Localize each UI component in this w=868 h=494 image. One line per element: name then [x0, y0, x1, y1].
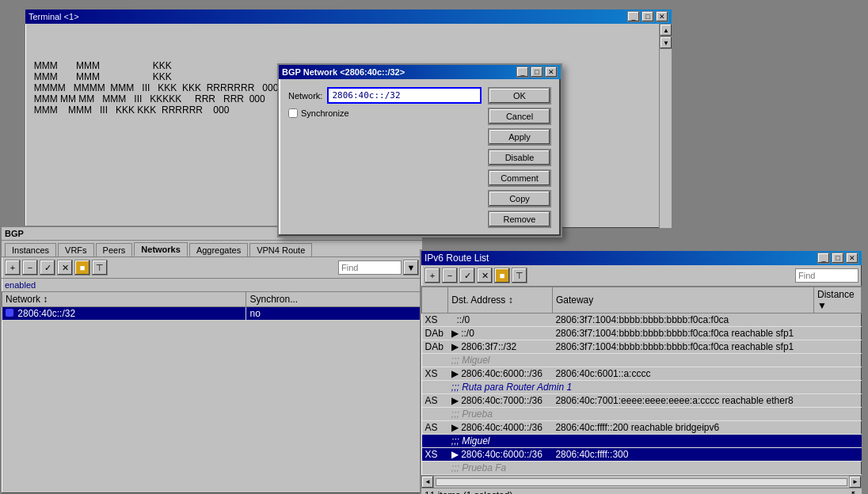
bgp-col-network[interactable]: Network ↕ — [2, 292, 246, 307]
bgp-dialog-buttons: OK Cancel Apply Disable Comment Copy Rem… — [488, 87, 551, 228]
bgp-table: Network ↕ Synchron... 2806:40c::/32 no — [2, 291, 422, 321]
ipv6-cell-dst: ▶ ::/0 — [448, 327, 553, 340]
tab-networks[interactable]: Networks — [134, 242, 188, 256]
ipv6-add-btn[interactable]: + — [424, 268, 440, 283]
synchronize-label: Synchronize — [301, 108, 349, 118]
ipv6-cell-type: XS — [422, 448, 448, 462]
ipv6-cell-gateway: 2806:3f7:1004:bbbb:bbbb:bbbb:f0ca:f0ca r… — [552, 340, 813, 354]
ipv6-cell-distance — [814, 421, 862, 435]
bgp-dialog-maximize-btn[interactable]: □ — [531, 66, 543, 78]
tab-vpn4-route[interactable]: VPN4 Route — [249, 243, 312, 256]
bgp-tabs-bar: Instances VRFs Peers Networks Aggregates… — [2, 241, 422, 257]
apply-button[interactable]: Apply — [488, 128, 551, 146]
term-line-1 — [29, 27, 668, 38]
ipv6-cell-type — [422, 408, 448, 421]
bgp-cell-sync: no — [246, 307, 422, 321]
table-row[interactable]: DAb ▶ ::/0 2806:3f7:1004:bbbb:bbbb:bbbb:… — [422, 327, 862, 340]
terminal-minimize-btn[interactable]: _ — [627, 11, 640, 22]
bgp-find-dropdown[interactable]: ▼ — [403, 260, 419, 276]
ipv6-scroll-left[interactable]: ◄ — [421, 476, 434, 488]
synchronize-row: Synchronize — [288, 108, 482, 118]
bgp-dialog-controls: _ □ ✕ — [516, 66, 558, 78]
ipv6-status-bar: 11 items (1 selected) ↖ — [421, 488, 862, 494]
terminal-title: Terminal <1> — [29, 12, 79, 21]
ipv6-cell-distance — [814, 327, 862, 340]
table-row: ;;; Ruta para Router Admin 1 — [422, 381, 862, 394]
tab-aggregates[interactable]: Aggregates — [189, 243, 248, 256]
ipv6-cell-dst: ▶ 2806:40c:6000::/36 — [448, 448, 553, 462]
ipv6-square-btn[interactable]: ■ — [494, 268, 510, 283]
tab-peers[interactable]: Peers — [96, 243, 133, 256]
terminal-maximize-btn[interactable]: □ — [641, 11, 654, 22]
ipv6-panel-title: IPv6 Route List — [424, 253, 489, 264]
ipv6-cell-comment: ;;; Miguel — [448, 354, 862, 367]
ipv6-cell-type: DAb — [422, 340, 448, 354]
tab-instances[interactable]: Instances — [5, 243, 56, 256]
ipv6-remove-btn[interactable]: − — [442, 268, 458, 283]
ipv6-table-container[interactable]: Dst. Address ↕ Gateway Distance ▼ XS ::/… — [421, 287, 862, 475]
ipv6-cell-comment: ;;; Ruta para Router Admin 1 — [448, 381, 862, 394]
ipv6-cell-type — [422, 435, 448, 448]
terminal-close-btn[interactable]: ✕ — [656, 11, 668, 22]
ipv6-x-btn[interactable]: ✕ — [477, 268, 493, 283]
network-input[interactable] — [327, 87, 482, 104]
bgp-add-btn[interactable]: + — [5, 260, 21, 276]
bgp-dialog-title: BGP Network <2806:40c::/32> — [282, 67, 405, 77]
ipv6-cell-gateway: 2806:40c:ffff::300 — [552, 448, 813, 462]
ipv6-cell-gateway: 2806:3f7:1004:bbbb:bbbb:bbbb:f0ca:f0ca r… — [552, 327, 813, 340]
ipv6-close-btn[interactable]: ✕ — [846, 253, 858, 264]
ipv6-cell-comment: ;;; Miguel — [448, 435, 862, 448]
bgp-x-btn[interactable]: ✕ — [57, 260, 73, 276]
remove-button[interactable]: Remove — [488, 211, 551, 228]
ipv6-col-gateway[interactable]: Gateway — [552, 287, 813, 314]
bgp-dialog-minimize-btn[interactable]: _ — [516, 66, 529, 78]
table-row[interactable]: DAb ▶ 2806:3f7::/32 2806:3f7:1004:bbbb:b… — [422, 340, 862, 354]
ipv6-minimize-btn[interactable]: _ — [817, 253, 830, 264]
ipv6-maximize-btn[interactable]: □ — [832, 253, 844, 264]
ipv6-filter-btn[interactable]: ⊤ — [512, 268, 527, 283]
ipv6-cell-type — [422, 354, 448, 367]
comment-button[interactable]: Comment — [488, 169, 551, 187]
ipv6-cell-distance — [814, 340, 862, 354]
ok-button[interactable]: OK — [488, 87, 551, 104]
ipv6-panel: IPv6 Route List _ □ ✕ + − ✓ ✕ ■ ⊤ Dst. A… — [420, 249, 863, 494]
terminal-scroll-down[interactable]: ▼ — [660, 36, 672, 49]
ipv6-cell-dst: ▶ 2806:40c:4000::/36 — [448, 421, 553, 435]
bgp-dialog-close-btn[interactable]: ✕ — [545, 66, 558, 78]
table-row[interactable]: XS ▶ 2806:40c:6000::/36 2806:40c:6001::a… — [422, 367, 862, 381]
copy-button[interactable]: Copy — [488, 190, 551, 207]
bgp-table-container[interactable]: Network ↕ Synchron... 2806:40c::/32 no — [2, 291, 422, 470]
table-row[interactable]: XS ▶ 2806:40c:6000::/36 2806:40c:ffff::3… — [422, 448, 862, 462]
disable-button[interactable]: Disable — [488, 149, 551, 166]
bgp-check-btn[interactable]: ✓ — [40, 260, 55, 276]
ipv6-toolbar: + − ✓ ✕ ■ ⊤ — [421, 265, 862, 287]
ipv6-horizontal-scrollbar[interactable]: ◄ ► — [421, 475, 862, 488]
ipv6-check-btn[interactable]: ✓ — [459, 268, 475, 283]
tab-vrfs[interactable]: VRFs — [58, 243, 94, 256]
bgp-filter-btn[interactable]: ⊤ — [92, 260, 108, 276]
bgp-col-sync[interactable]: Synchron... — [246, 292, 422, 307]
ipv6-scroll-right[interactable]: ► — [849, 476, 862, 488]
bgp-remove-btn[interactable]: − — [22, 260, 38, 276]
ipv6-cell-gateway: 2806:40c:ffff::200 reachable bridgeipv6 — [552, 421, 813, 435]
table-row[interactable]: XS ::/0 2806:3f7:1004:bbbb:bbbb:bbbb:f0c… — [422, 314, 862, 327]
table-row[interactable]: 2806:40c::/32 no — [2, 307, 422, 321]
network-field-row: Network: — [288, 87, 482, 104]
ipv6-cell-dst: ::/0 — [448, 314, 553, 327]
terminal-scroll-up[interactable]: ▲ — [660, 24, 672, 36]
table-row[interactable]: AS ▶ 2806:40c:4000::/36 2806:40c:ffff::2… — [422, 421, 862, 435]
table-row[interactable]: AS ▶ 2806:40c:7000::/36 2806:40c:7001:ee… — [422, 394, 862, 408]
bgp-square-btn[interactable]: ■ — [74, 260, 90, 276]
ipv6-cell-type: DAb — [422, 327, 448, 340]
ipv6-col-distance[interactable]: Distance ▼ — [814, 287, 862, 314]
synchronize-checkbox[interactable] — [288, 108, 298, 118]
bgp-find-input[interactable] — [338, 260, 402, 275]
bgp-network-dialog: BGP Network <2806:40c::/32> _ □ ✕ Networ… — [277, 63, 562, 238]
bgp-dialog-body: Network: Synchronize OK Cancel Apply Dis… — [279, 79, 561, 236]
cancel-button[interactable]: Cancel — [488, 108, 551, 125]
table-row[interactable]: ;;; Miguel — [422, 435, 862, 448]
ipv6-cell-gateway: 2806:40c:6001::a:cccc — [552, 367, 813, 381]
ipv6-scroll-track[interactable] — [436, 478, 847, 486]
ipv6-find-input[interactable] — [795, 268, 858, 283]
ipv6-col-dst[interactable]: Dst. Address ↕ — [448, 287, 553, 314]
